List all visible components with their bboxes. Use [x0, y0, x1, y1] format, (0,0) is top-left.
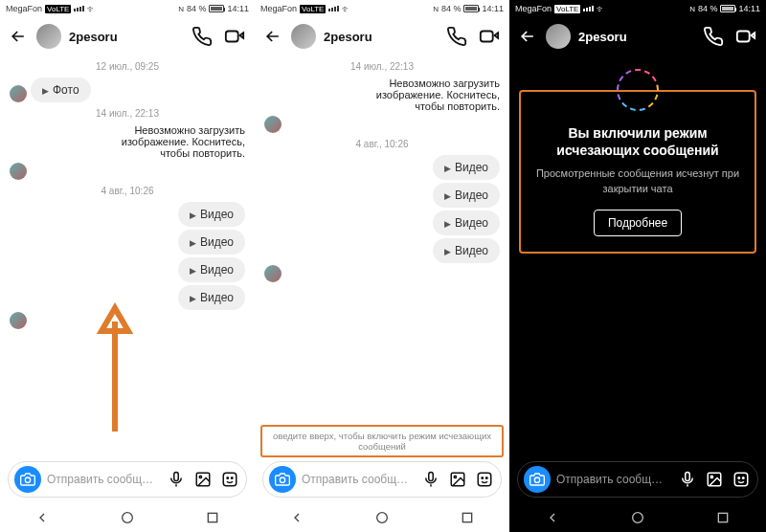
svg-rect-0: [226, 32, 238, 42]
play-icon: [190, 235, 196, 249]
message-input[interactable]: Отправить сообщ…: [556, 473, 671, 486]
chat-header: 2pesoru: [255, 17, 509, 55]
photo-message[interactable]: Фото: [31, 78, 91, 102]
back-button[interactable]: [517, 26, 538, 47]
svg-rect-9: [208, 513, 216, 521]
svg-point-1: [25, 477, 30, 482]
avatar[interactable]: [291, 24, 316, 49]
play-icon: [42, 83, 49, 97]
camera-button[interactable]: [269, 466, 296, 493]
svg-rect-2: [174, 473, 179, 481]
svg-point-14: [454, 476, 456, 477]
play-icon: [444, 216, 451, 230]
video-call-icon[interactable]: [477, 24, 502, 49]
message-composer[interactable]: Отправить сообщ…: [262, 461, 502, 498]
gallery-icon[interactable]: [704, 469, 725, 490]
nav-back-icon[interactable]: [289, 510, 304, 525]
nav-home-icon[interactable]: [630, 510, 645, 525]
svg-rect-22: [686, 473, 690, 481]
carrier-label: MegaFon: [515, 4, 552, 13]
sticker-icon[interactable]: [474, 469, 495, 490]
nav-back-icon[interactable]: [34, 510, 50, 525]
message-composer[interactable]: Отправить сообщ…: [8, 461, 247, 498]
battery-pct: 84 %: [187, 4, 207, 13]
timestamp: 12 июл., 09:25: [10, 61, 245, 72]
svg-rect-5: [223, 473, 237, 486]
nav-home-icon[interactable]: [120, 510, 135, 525]
message-input[interactable]: Отправить сообщ…: [47, 473, 160, 486]
vanish-ring-icon: [617, 69, 659, 111]
call-icon[interactable]: [190, 24, 214, 49]
gallery-icon[interactable]: [192, 469, 214, 490]
svg-point-6: [227, 477, 229, 479]
video-message[interactable]: Видео: [178, 257, 245, 282]
call-icon[interactable]: [444, 24, 469, 49]
svg-point-8: [123, 513, 133, 523]
svg-rect-20: [737, 32, 750, 42]
svg-point-16: [482, 477, 484, 479]
avatar[interactable]: [546, 24, 571, 49]
svg-rect-25: [734, 473, 748, 486]
back-button[interactable]: [8, 26, 29, 47]
video-call-icon[interactable]: [222, 24, 247, 49]
signal-icon: [74, 6, 84, 11]
video-message[interactable]: Видео: [433, 211, 500, 235]
carrier-label: MegaFon: [6, 4, 42, 13]
learn-more-button[interactable]: Подробнее: [594, 210, 682, 236]
video-message[interactable]: Видео: [178, 230, 245, 255]
timestamp: 4 авг., 10:26: [264, 139, 500, 149]
nav-recent-icon[interactable]: [205, 510, 220, 525]
vanish-subtitle: Просмотренные сообщения исчезнут при зак…: [529, 166, 747, 196]
video-message[interactable]: Видео: [433, 155, 500, 180]
timestamp: 4 авг., 10:26: [10, 186, 245, 196]
username[interactable]: 2pesoru: [324, 30, 437, 44]
play-icon: [190, 291, 196, 304]
battery-pct: 84 %: [698, 4, 718, 13]
image-load-error[interactable]: Невозможно загрузить изображение. Коснит…: [375, 78, 500, 112]
camera-button[interactable]: [14, 466, 41, 493]
nav-back-icon[interactable]: [545, 510, 560, 525]
video-message[interactable]: Видео: [178, 202, 245, 227]
battery-pct: 84 %: [441, 4, 462, 13]
clock: 14:11: [482, 4, 504, 13]
video-message[interactable]: Видео: [433, 238, 500, 263]
svg-rect-19: [462, 513, 471, 521]
mic-icon[interactable]: [166, 469, 187, 490]
svg-point-17: [486, 477, 488, 479]
svg-point-18: [377, 513, 388, 523]
play-icon: [444, 244, 451, 257]
video-message[interactable]: Видео: [178, 285, 245, 310]
video-call-icon[interactable]: [733, 24, 758, 49]
android-navbar: [0, 503, 255, 532]
svg-rect-15: [478, 473, 491, 486]
sticker-icon[interactable]: [731, 469, 752, 490]
svg-rect-10: [481, 32, 493, 42]
call-icon[interactable]: [701, 24, 726, 49]
back-button[interactable]: [262, 26, 283, 47]
clock: 14:11: [738, 4, 760, 13]
video-message[interactable]: Видео: [433, 183, 500, 208]
mic-icon[interactable]: [420, 469, 441, 490]
nfc-icon: N: [433, 5, 439, 13]
carrier-tag: VoLTE: [554, 5, 580, 13]
message-composer[interactable]: Отправить сообщ…: [517, 461, 758, 498]
username[interactable]: 2pesoru: [69, 30, 182, 44]
timestamp: 14 июл., 22:13: [264, 61, 500, 72]
play-icon: [444, 161, 451, 174]
nfc-icon: N: [689, 5, 695, 13]
nav-home-icon[interactable]: [374, 510, 390, 525]
camera-button[interactable]: [524, 466, 551, 493]
chat-header: 2pesoru: [509, 17, 766, 55]
mic-icon[interactable]: [677, 469, 698, 490]
gallery-icon[interactable]: [447, 469, 468, 490]
play-icon: [190, 208, 196, 221]
svg-rect-29: [719, 513, 728, 521]
nav-recent-icon[interactable]: [715, 510, 731, 525]
username[interactable]: 2pesoru: [578, 30, 693, 44]
image-load-error[interactable]: Невозможно загрузить изображение. Коснит…: [121, 124, 245, 159]
nav-recent-icon[interactable]: [460, 510, 475, 525]
avatar[interactable]: [36, 24, 61, 49]
svg-point-4: [199, 476, 201, 477]
message-input[interactable]: Отправить сообщ…: [302, 473, 415, 486]
sticker-icon[interactable]: [219, 469, 240, 490]
